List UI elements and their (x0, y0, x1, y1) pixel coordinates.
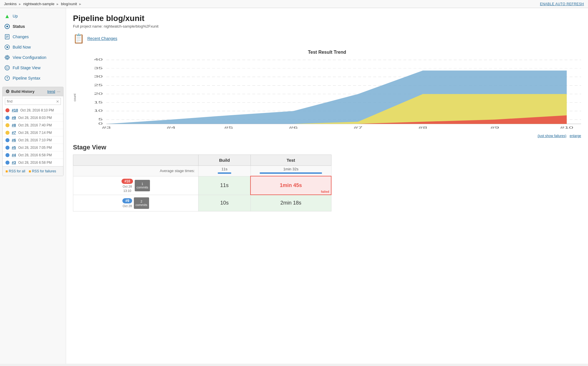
build-status-dot (5, 138, 9, 142)
stage-avg-test-cell: 1min 32s (250, 166, 331, 176)
stage-build-time-9[interactable]: 10s (198, 195, 250, 211)
build-history-panel: ⚙ Build History trend — ✕ #10Oct 28, 201… (2, 87, 63, 176)
commits-box-10[interactable]: 1 commits (135, 180, 150, 191)
breadcrumb-nightwatch[interactable]: nightwatch-sample (23, 2, 54, 6)
build-link[interactable]: #9 (12, 115, 16, 120)
build-row: #7Oct 28, 2016 7:14 PM (3, 129, 63, 136)
stage-table: Build Test Average stage times: 11s 1min… (73, 155, 331, 211)
build-link[interactable]: #10 (12, 108, 18, 112)
search-clear-icon[interactable]: ✕ (56, 99, 59, 104)
just-show-failures-link[interactable]: (just show failures) (538, 134, 566, 138)
sidebar-item-build-now[interactable]: Build Now (0, 42, 66, 52)
full-project-name: Full project name: nightwatch-sample/blo… (73, 24, 581, 28)
rss-all-link[interactable]: ■ RSS for all (5, 169, 25, 174)
enable-auto-refresh-link[interactable]: ENABLE AUTO REFRESH (540, 2, 584, 6)
svg-text:35: 35 (94, 66, 103, 70)
build-status-dot (5, 116, 9, 120)
svg-text:0: 0 (98, 122, 103, 125)
page-title: Pipeline blog/xunit (73, 14, 581, 23)
stage-row-9: #9 Oct 28 2 commits 10s 2min 18s (73, 195, 331, 211)
build-link[interactable]: #3 (12, 160, 16, 165)
svg-text:40: 40 (94, 58, 103, 61)
build-status-dot (5, 131, 9, 135)
build-history-header: ⚙ Build History trend — (3, 87, 63, 96)
svg-text:#8: #8 (419, 126, 427, 129)
stage-view-section: Stage View Build Test Average stage time… (73, 144, 581, 211)
trend-link[interactable]: trend (47, 90, 55, 94)
breadcrumb-jenkins[interactable]: Jenkins (4, 2, 17, 6)
build-history-footer: ■ RSS for all ■ RSS for failures (3, 166, 63, 176)
build-history-controls: trend — (47, 90, 60, 94)
build-id-cell-10: #10 Oct 28 13:10 1 commits (73, 176, 198, 195)
sidebar-label-changes: Changes (13, 34, 29, 39)
svg-text:20: 20 (94, 92, 103, 95)
chart-area: 0 5 10 15 20 25 30 35 40 (78, 57, 581, 138)
build-row: #9Oct 28, 2016 8:03 PM (3, 114, 63, 122)
stage-build-time-10[interactable]: 11s (198, 176, 250, 195)
commits-label-10: commits (136, 186, 148, 189)
sidebar-label-full-stage: Full Stage View (13, 66, 41, 70)
status-icon (4, 23, 10, 30)
stage-avg-build-bar (218, 172, 231, 174)
build-date: Oct 28, 2016 8:03 PM (18, 116, 52, 120)
stage-test-time-9[interactable]: 2min 18s (250, 195, 331, 211)
build-status-dot (5, 153, 9, 157)
rss-all-icon: ■ (5, 169, 8, 174)
layout: ▲ Up Status Changes Build Now (0, 8, 588, 364)
build-history-gear-icon: ⚙ (5, 89, 9, 94)
build-status-dot (5, 161, 9, 165)
stage-test-time-10[interactable]: 1min 45s failed (250, 176, 331, 195)
trend-chart-container: count 0 5 (73, 57, 581, 138)
build-date: Oct 28, 2016 6:58 PM (18, 161, 52, 165)
sidebar-item-view-configuration[interactable]: View Configuration (0, 52, 66, 63)
svg-text:#9: #9 (490, 126, 499, 129)
build-history-title: Build History (11, 89, 34, 94)
svg-text:#4: #4 (167, 126, 176, 129)
commits-box-9[interactable]: 2 commits (134, 197, 149, 209)
build-history-title-area: ⚙ Build History (5, 89, 34, 94)
topbar: Jenkins ► nightwatch-sample ► blog/xunit… (0, 0, 588, 8)
build-id-wrapper-9: #9 Oct 28 2 commits (76, 197, 196, 209)
build-search-input[interactable] (5, 98, 61, 105)
build-badge-9: #9 Oct 28 (122, 198, 132, 208)
build-row: #6Oct 28, 2016 7:10 PM (3, 136, 63, 144)
build-row: #8Oct 28, 2016 7:40 PM (3, 122, 63, 129)
build-id-wrapper-10: #10 Oct 28 13:10 1 commits (76, 179, 196, 192)
rss-failures-link[interactable]: ■ RSS for failures (29, 169, 56, 174)
sidebar-item-pipeline-syntax[interactable]: ? Pipeline Syntax (0, 73, 66, 83)
sidebar-label-status: Status (13, 24, 25, 29)
stage-view-title: Stage View (73, 144, 581, 151)
build-link[interactable]: #7 (12, 130, 16, 135)
build-time-10: 13:10 (123, 189, 131, 192)
recent-changes-link[interactable]: Recent Changes (87, 36, 117, 41)
breadcrumb-sep-3: ► (79, 2, 82, 6)
svg-marker-7 (7, 46, 9, 48)
build-link[interactable]: #8 (12, 123, 16, 127)
svg-text:5: 5 (98, 118, 103, 121)
sidebar-item-full-stage-view[interactable]: Full Stage View (0, 63, 66, 73)
sidebar-item-status[interactable]: Status (0, 21, 66, 32)
config-icon (4, 54, 10, 61)
build-link[interactable]: #6 (12, 138, 16, 142)
failed-label-10: failed (321, 190, 329, 193)
breadcrumb-blog[interactable]: blog/xunit (61, 2, 77, 6)
sidebar-item-changes[interactable]: Changes (0, 32, 66, 42)
stage-col-empty (73, 155, 198, 166)
build-badge-num-10[interactable]: #10 (122, 179, 133, 184)
main-content: Pipeline blog/xunit Full project name: n… (66, 8, 588, 364)
breadcrumb-sep-1: ► (18, 2, 22, 6)
sidebar-label-view-config: View Configuration (13, 55, 46, 60)
build-date: Oct 28, 2016 7:05 PM (18, 146, 52, 150)
recent-changes-icon: 📋 (73, 33, 84, 44)
stage-avg-build-time: 11s (202, 167, 247, 171)
breadcrumb: Jenkins ► nightwatch-sample ► blog/xunit… (4, 2, 82, 6)
enlarge-link[interactable]: enlarge (570, 134, 581, 138)
commits-count-10: 1 (136, 182, 148, 186)
build-badge-num-9[interactable]: #9 (122, 198, 132, 203)
stage-avg-row: Average stage times: 11s 1min 32s (73, 166, 331, 176)
build-link[interactable]: #4 (12, 153, 16, 157)
sidebar-item-up[interactable]: ▲ Up (0, 11, 66, 21)
build-link[interactable]: #5 (12, 145, 16, 150)
build-search-wrapper: ✕ (5, 98, 61, 105)
rss-failures-icon: ■ (29, 169, 31, 174)
